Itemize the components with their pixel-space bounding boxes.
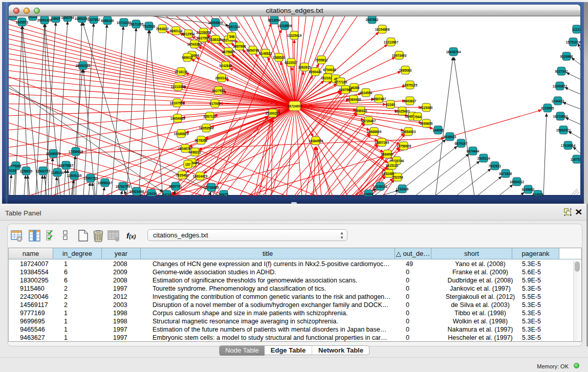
svg-text:16671355: 16671355 (129, 23, 144, 26)
svg-text:6879197: 6879197 (455, 142, 468, 145)
svg-text:9684067: 9684067 (381, 152, 394, 156)
svg-text:1733426: 1733426 (396, 187, 409, 191)
svg-text:12923446: 12923446 (129, 190, 144, 193)
svg-text:2087682: 2087682 (366, 18, 379, 21)
svg-text:546: 546 (229, 35, 235, 38)
svg-text:8454749: 8454749 (247, 49, 259, 52)
svg-text:16107553: 16107553 (170, 101, 185, 105)
svg-text:5972: 5972 (9, 16, 17, 18)
svg-text:16053809: 16053809 (208, 21, 223, 25)
svg-text:6794028: 6794028 (323, 68, 336, 72)
svg-text:19166825: 19166825 (174, 132, 189, 136)
svg-text:8813054: 8813054 (268, 18, 281, 22)
svg-text:17016504: 17016504 (561, 144, 576, 147)
svg-text:1362615: 1362615 (298, 65, 311, 69)
svg-text:8938923: 8938923 (444, 135, 456, 139)
svg-text:1405572: 1405572 (16, 20, 29, 24)
svg-text:19384554: 19384554 (309, 139, 323, 143)
svg-text:7986322: 7986322 (355, 109, 367, 113)
svg-text:1244413: 1244413 (552, 99, 564, 103)
svg-text:12975125: 12975125 (403, 83, 418, 87)
svg-text:9463627: 9463627 (404, 99, 417, 103)
svg-text:12093872: 12093872 (553, 84, 568, 88)
svg-text:917005: 917005 (209, 102, 221, 105)
svg-text:2718176: 2718176 (175, 70, 188, 74)
svg-text:7663822: 7663822 (156, 27, 169, 31)
svg-text:1156829: 1156829 (20, 169, 33, 173)
svg-text:8267110: 8267110 (204, 115, 216, 118)
svg-text:19353594: 19353594 (199, 126, 214, 130)
svg-text:17359918: 17359918 (69, 150, 83, 154)
svg-text:14937: 14937 (51, 17, 60, 20)
svg-text:9427552: 9427552 (212, 89, 225, 93)
svg-text:9242848: 9242848 (220, 64, 232, 68)
svg-text:10807487: 10807487 (372, 97, 386, 101)
svg-text:9227342: 9227342 (555, 70, 568, 73)
svg-text:15720407: 15720407 (361, 119, 376, 123)
svg-text:10684: 10684 (364, 192, 373, 196)
svg-text:16782759: 16782759 (116, 185, 130, 188)
svg-text:15716485: 15716485 (204, 186, 219, 189)
svg-text:20364436: 20364436 (346, 98, 361, 101)
svg-text:9699695: 9699695 (420, 122, 433, 125)
svg-text:20206575: 20206575 (46, 152, 61, 156)
svg-text:9327505: 9327505 (197, 36, 210, 40)
svg-text:16046768: 16046768 (178, 147, 193, 150)
svg-text:16914479: 16914479 (193, 174, 208, 178)
svg-text:8678352: 8678352 (195, 139, 208, 142)
svg-text:10973493: 10973493 (392, 54, 407, 57)
svg-text:9245652: 9245652 (522, 188, 535, 191)
svg-text:7857224: 7857224 (227, 25, 240, 29)
svg-text:18807249: 18807249 (375, 141, 389, 144)
svg-text:84216: 84216 (162, 193, 171, 196)
svg-text:1167533: 1167533 (571, 158, 580, 161)
svg-text:8660124: 8660124 (170, 29, 183, 33)
svg-text:1527602: 1527602 (88, 18, 100, 21)
svg-text:13325419: 13325419 (287, 34, 302, 37)
svg-text:19654923: 19654923 (401, 130, 416, 134)
svg-text:10688609: 10688609 (367, 130, 382, 134)
svg-text:144095: 144095 (432, 128, 444, 132)
svg-text:8471626: 8471626 (499, 172, 512, 176)
svg-text:252254: 252254 (392, 176, 403, 179)
svg-text:9857791: 9857791 (169, 185, 182, 188)
svg-text:16543382: 16543382 (187, 42, 202, 46)
svg-text:6322037: 6322037 (285, 61, 298, 64)
svg-text:8990448: 8990448 (309, 70, 322, 74)
svg-text:8186328: 8186328 (209, 38, 222, 41)
svg-text:19218506: 19218506 (277, 24, 292, 28)
svg-text:12505135: 12505135 (67, 174, 82, 178)
svg-text:17957255: 17957255 (83, 177, 98, 180)
svg-text:9474444: 9474444 (467, 149, 480, 153)
svg-text:12213369: 12213369 (171, 85, 186, 89)
svg-text:12213967: 12213967 (384, 40, 399, 44)
svg-text:62160: 62160 (386, 103, 395, 106)
svg-text:9115460: 9115460 (420, 106, 433, 110)
svg-text:10654112: 10654112 (510, 180, 525, 184)
svg-text:20691406: 20691406 (37, 18, 52, 22)
svg-text:14136141: 14136141 (373, 185, 388, 188)
svg-text:25300275: 25300275 (266, 112, 280, 115)
svg-text:7515526: 7515526 (143, 25, 156, 28)
svg-text:9146821: 9146821 (259, 52, 272, 55)
svg-text:96875: 96875 (219, 193, 228, 196)
svg-text:26053346: 26053346 (76, 64, 91, 68)
svg-text:8912954: 8912954 (182, 32, 195, 36)
svg-text:10958187: 10958187 (98, 181, 113, 185)
svg-text:4498222: 4498222 (189, 150, 202, 154)
svg-text:18724007: 18724007 (288, 104, 302, 108)
svg-text:16210643: 16210643 (553, 115, 568, 118)
svg-text:924505: 924505 (532, 193, 543, 196)
svg-text:9329966: 9329966 (560, 55, 573, 58)
svg-text:8215955: 8215955 (541, 106, 554, 110)
svg-text:16648784: 16648784 (446, 50, 461, 54)
svg-text:129234: 129234 (146, 192, 157, 195)
svg-text:6497568: 6497568 (339, 88, 352, 92)
svg-text:2935114: 2935114 (477, 157, 490, 160)
svg-text:989012: 989012 (182, 56, 193, 59)
svg-text:33975887: 33975887 (59, 164, 74, 167)
svg-text:19654985: 19654985 (170, 117, 185, 120)
svg-text:1145194: 1145194 (51, 171, 64, 174)
svg-text:2803144: 2803144 (215, 76, 228, 80)
svg-text:7625402: 7625402 (176, 173, 189, 177)
